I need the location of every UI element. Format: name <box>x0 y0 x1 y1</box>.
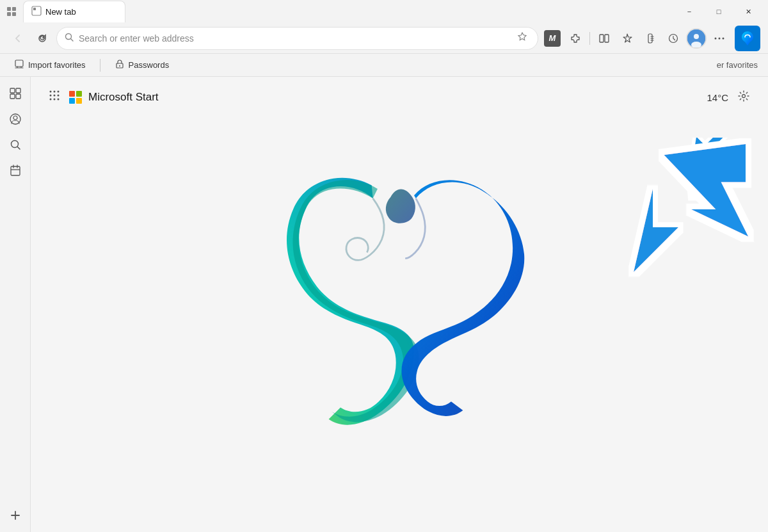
titlebar: New tab − □ ✕ <box>0 0 768 23</box>
copilot-logo-container <box>46 145 753 440</box>
profile-avatar <box>687 29 705 47</box>
tab-label: New tab <box>45 7 76 17</box>
svg-point-34 <box>50 91 52 93</box>
svg-point-41 <box>54 99 56 101</box>
tab-area: New tab <box>23 1 675 22</box>
svg-rect-8 <box>600 35 604 42</box>
main-content: Microsoft Start 14°C <box>31 77 768 532</box>
sidebar-add-button[interactable] <box>4 504 27 527</box>
sidebar-profile-button[interactable] <box>4 108 27 131</box>
sidebar <box>0 77 31 532</box>
svg-rect-1 <box>12 7 16 11</box>
minimize-button[interactable]: − <box>675 0 704 23</box>
toolbar-icons: M <box>542 26 760 51</box>
favorites-button[interactable] <box>617 28 637 49</box>
extensions-button[interactable] <box>565 28 586 49</box>
svg-rect-4 <box>32 6 41 15</box>
tab-icon <box>31 6 42 18</box>
svg-rect-22 <box>16 88 20 93</box>
svg-point-14 <box>715 37 717 39</box>
svg-point-26 <box>11 141 18 148</box>
svg-rect-28 <box>11 166 20 175</box>
svg-point-35 <box>54 91 56 93</box>
browser-essentials-button[interactable] <box>663 28 684 49</box>
svg-point-40 <box>50 99 52 101</box>
ms-logo <box>69 91 82 104</box>
svg-point-36 <box>58 91 60 93</box>
ms-start-label: Microsoft Start <box>88 91 159 104</box>
divider <box>589 32 590 45</box>
close-button[interactable]: ✕ <box>733 0 763 23</box>
weather-text: 14°C <box>707 92 728 103</box>
svg-rect-5 <box>33 8 36 10</box>
import-favorites-label: Import favorites <box>28 60 86 70</box>
refresh-button[interactable] <box>32 28 52 49</box>
svg-point-16 <box>723 37 724 39</box>
svg-point-25 <box>13 116 17 120</box>
passwords-item[interactable]: Passwords <box>111 56 173 74</box>
svg-point-38 <box>54 95 56 97</box>
svg-rect-23 <box>16 94 20 99</box>
svg-point-37 <box>50 95 52 97</box>
svg-line-7 <box>71 39 74 42</box>
svg-rect-3 <box>12 12 16 16</box>
svg-rect-20 <box>10 88 15 93</box>
profile-m-button[interactable]: M <box>542 28 563 49</box>
svg-rect-2 <box>7 12 11 16</box>
collections-button[interactable] <box>640 28 660 49</box>
main-layout: Microsoft Start 14°C <box>0 77 768 532</box>
settings-button[interactable] <box>735 87 753 108</box>
edge-copilot-button[interactable] <box>735 26 760 51</box>
m-badge: M <box>544 30 561 47</box>
sidebar-search-button[interactable] <box>4 133 27 156</box>
svg-point-43 <box>742 95 746 98</box>
svg-line-27 <box>17 147 20 150</box>
svg-rect-17 <box>15 60 23 67</box>
svg-point-15 <box>719 37 721 39</box>
ms-start-header: Microsoft Start <box>46 87 159 107</box>
top-right-area: 14°C <box>707 87 753 108</box>
window-controls: − □ ✕ <box>675 0 763 23</box>
passwords-label: Passwords <box>129 60 170 70</box>
copilot-logo <box>252 145 547 440</box>
svg-point-12 <box>694 34 699 39</box>
svg-rect-9 <box>605 35 609 42</box>
profile-button[interactable] <box>686 28 707 49</box>
more-button[interactable] <box>709 28 730 49</box>
browser-icon <box>5 5 18 18</box>
show-more-favorites[interactable]: er favorites <box>717 60 758 70</box>
toolbar: M <box>0 23 768 54</box>
search-icon <box>65 33 74 44</box>
import-icon <box>14 59 24 71</box>
split-screen-button[interactable] <box>594 28 614 49</box>
svg-rect-21 <box>10 94 15 99</box>
sidebar-history-button[interactable] <box>4 159 27 182</box>
svg-point-39 <box>58 95 60 97</box>
new-tab[interactable]: New tab <box>23 1 125 22</box>
favorite-star-icon[interactable] <box>515 29 530 47</box>
ms-grid-button[interactable] <box>46 87 63 107</box>
svg-point-19 <box>119 65 120 67</box>
svg-point-42 <box>58 99 60 101</box>
back-button[interactable] <box>8 28 28 49</box>
titlebar-left <box>5 5 18 18</box>
favbar-divider <box>100 59 100 72</box>
address-bar[interactable] <box>56 27 538 50</box>
favorites-bar: Import favorites Passwords er favorites <box>0 54 768 77</box>
sidebar-tabs-button[interactable] <box>4 82 27 105</box>
maximize-button[interactable]: □ <box>704 0 733 23</box>
import-favorites-item[interactable]: Import favorites <box>10 56 90 74</box>
svg-rect-0 <box>7 7 11 11</box>
passwords-icon <box>115 59 125 71</box>
address-input[interactable] <box>79 33 509 44</box>
